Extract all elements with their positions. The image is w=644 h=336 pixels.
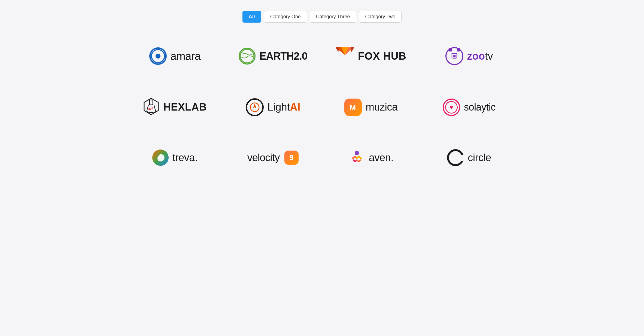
- amara-logo: amara: [149, 47, 201, 65]
- logo-cell-treva: treva.: [131, 141, 218, 174]
- filter-cat1-button[interactable]: Category One: [264, 11, 307, 23]
- logo-cell-circle: circle: [426, 141, 513, 174]
- solaytic-icon: ♥: [443, 99, 460, 116]
- solaytic-label: solaytic: [464, 102, 496, 113]
- aven-icon: [349, 149, 365, 166]
- logo-cell-velocity9: velocity 9: [229, 141, 317, 174]
- zootv-logo: zootv: [445, 47, 493, 65]
- amara-icon: [149, 47, 167, 65]
- hexlab-label: HEXLAB: [163, 101, 206, 113]
- velocity9-badge: 9: [284, 151, 299, 165]
- svg-marker-10: [453, 58, 456, 59]
- logo-cell-aven: aven.: [327, 141, 415, 174]
- logo-cell-solaytic: ♥ solaytic: [426, 90, 513, 125]
- treva-icon: [152, 149, 169, 166]
- lightai-icon: [246, 98, 264, 116]
- svg-point-9: [453, 55, 455, 57]
- earth20-label: EARTH2.0: [259, 50, 307, 62]
- logo-cell-zootv: zootv: [426, 39, 513, 73]
- earth20-logo: EARTH2.0: [239, 48, 307, 65]
- filter-all-button[interactable]: All: [242, 11, 261, 23]
- svg-point-17: [355, 151, 359, 155]
- treva-logo: treva.: [152, 149, 198, 166]
- logo-cell-muzica: M muzica: [327, 90, 415, 125]
- svg-text:M: M: [350, 103, 356, 112]
- logo-cell-hexlab: HEXLAB: [131, 90, 218, 125]
- solaytic-logo: ♥ solaytic: [443, 99, 496, 116]
- logo-cell-foxhub: FOX HUB: [327, 39, 415, 73]
- zootv-label: zootv: [467, 50, 493, 62]
- circle-logo: circle: [447, 149, 491, 166]
- svg-marker-6: [351, 47, 354, 52]
- logo-cell-lightai: LightAI: [229, 90, 317, 125]
- logo-cell-amara: amara: [131, 39, 218, 73]
- muzica-icon: M: [344, 99, 362, 116]
- treva-label: treva.: [172, 152, 198, 164]
- foxhub-label: FOX HUB: [358, 50, 406, 62]
- solaytic-heart-icon: ♥: [449, 104, 453, 111]
- filter-cat2-button[interactable]: Category Two: [359, 11, 402, 23]
- hexlab-logo: HEXLAB: [143, 98, 206, 117]
- lightai-logo: LightAI: [246, 98, 300, 116]
- hexlab-icon: [143, 98, 159, 117]
- circle-icon-cut: [460, 155, 464, 161]
- amara-label: amara: [171, 50, 201, 62]
- circle-label: circle: [468, 152, 491, 164]
- filter-cat3-button[interactable]: Category Three: [310, 11, 356, 23]
- muzica-logo: M muzica: [344, 99, 397, 116]
- svg-rect-12: [150, 100, 153, 105]
- logo-grid: amara EARTH2.0: [131, 39, 513, 174]
- foxhub-icon: [336, 47, 354, 65]
- svg-point-13: [148, 108, 151, 110]
- velocity9-label: velocity: [247, 152, 280, 164]
- logo-cell-earth20: EARTH2.0: [229, 39, 317, 73]
- aven-logo: aven.: [349, 149, 393, 166]
- svg-marker-5: [336, 47, 339, 52]
- zootv-icon: [445, 47, 463, 65]
- amara-icon-center: [156, 54, 160, 59]
- filter-bar: All Category One Category Three Category…: [242, 11, 402, 23]
- foxhub-logo: FOX HUB: [336, 47, 406, 65]
- lightai-label: LightAI: [268, 101, 300, 113]
- earth20-icon: [239, 48, 256, 65]
- aven-label: aven.: [369, 152, 393, 164]
- muzica-label: muzica: [366, 101, 397, 113]
- solaytic-inner-ring: ♥: [445, 101, 458, 114]
- circle-icon: [447, 149, 464, 166]
- velocity9-logo: velocity 9: [247, 151, 299, 165]
- svg-point-14: [151, 107, 153, 109]
